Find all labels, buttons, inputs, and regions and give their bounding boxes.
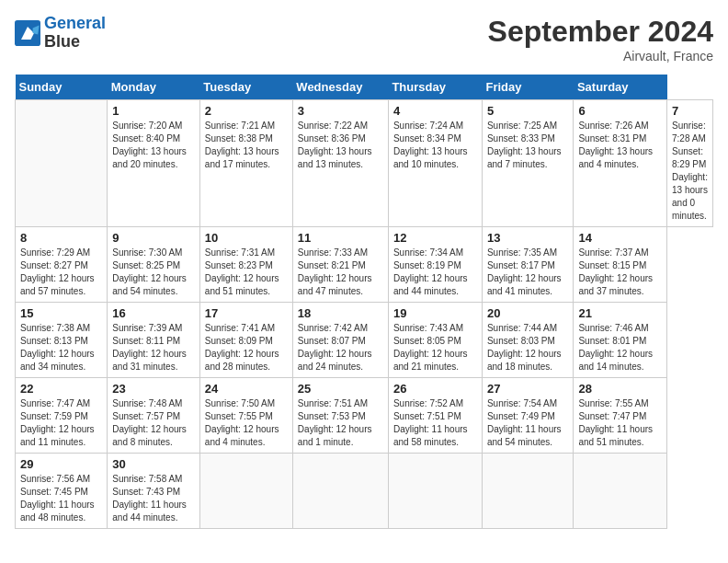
day-number: 14 <box>578 231 662 245</box>
day-info: Sunrise: 7:26 AMSunset: 8:31 PMDaylight:… <box>578 120 662 171</box>
day-number: 22 <box>20 382 102 396</box>
page-header: GeneralBlue September 2024 Airvault, Fra… <box>15 15 713 63</box>
calendar-cell <box>16 100 108 227</box>
calendar-cell: 10Sunrise: 7:31 AMSunset: 8:23 PMDayligh… <box>199 227 292 303</box>
weekday-header-friday: Friday <box>482 75 574 100</box>
calendar-cell: 23Sunrise: 7:48 AMSunset: 7:57 PMDayligh… <box>108 378 200 454</box>
location: Airvault, France <box>488 49 713 63</box>
day-number: 18 <box>298 306 383 320</box>
calendar-cell: 3Sunrise: 7:22 AMSunset: 8:36 PMDaylight… <box>292 100 388 227</box>
day-number: 19 <box>393 306 477 320</box>
day-number: 7 <box>672 104 708 118</box>
calendar-cell <box>482 454 574 529</box>
day-info: Sunrise: 7:50 AMSunset: 7:55 PMDaylight:… <box>205 397 288 449</box>
day-number: 28 <box>578 382 662 396</box>
calendar-cell: 5Sunrise: 7:25 AMSunset: 8:33 PMDaylight… <box>482 100 574 227</box>
day-info: Sunrise: 7:29 AMSunset: 8:27 PMDaylight:… <box>20 247 102 298</box>
day-info: Sunrise: 7:22 AMSunset: 8:36 PMDaylight:… <box>298 120 383 171</box>
day-number: 11 <box>298 231 383 245</box>
calendar-cell: 21Sunrise: 7:46 AMSunset: 8:01 PMDayligh… <box>574 303 667 378</box>
day-info: Sunrise: 7:31 AMSunset: 8:23 PMDaylight:… <box>205 247 288 298</box>
day-number: 1 <box>112 104 195 118</box>
day-number: 6 <box>578 104 662 118</box>
day-number: 16 <box>112 306 195 320</box>
day-number: 15 <box>20 306 102 320</box>
weekday-header-sunday: Sunday <box>16 75 108 100</box>
day-info: Sunrise: 7:38 AMSunset: 8:13 PMDaylight:… <box>20 322 102 373</box>
week-row-2: 8Sunrise: 7:29 AMSunset: 8:27 PMDaylight… <box>16 227 713 303</box>
day-info: Sunrise: 7:20 AMSunset: 8:40 PMDaylight:… <box>112 120 195 171</box>
day-number: 2 <box>205 104 288 118</box>
day-number: 12 <box>393 231 477 245</box>
day-info: Sunrise: 7:35 AMSunset: 8:17 PMDaylight:… <box>487 247 569 298</box>
day-info: Sunrise: 7:52 AMSunset: 7:51 PMDaylight:… <box>393 397 477 449</box>
title-block: September 2024 Airvault, France <box>488 15 713 63</box>
day-number: 5 <box>487 104 569 118</box>
calendar-cell: 18Sunrise: 7:42 AMSunset: 8:07 PMDayligh… <box>292 303 388 378</box>
day-info: Sunrise: 7:56 AMSunset: 7:45 PMDaylight:… <box>20 473 102 524</box>
day-info: Sunrise: 7:48 AMSunset: 7:57 PMDaylight:… <box>112 397 195 449</box>
day-info: Sunrise: 7:43 AMSunset: 8:05 PMDaylight:… <box>393 322 477 373</box>
day-info: Sunrise: 7:54 AMSunset: 7:49 PMDaylight:… <box>487 397 569 449</box>
calendar-cell: 4Sunrise: 7:24 AMSunset: 8:34 PMDaylight… <box>388 100 482 227</box>
month-title: September 2024 <box>488 15 713 49</box>
day-info: Sunrise: 7:47 AMSunset: 7:59 PMDaylight:… <box>20 397 102 449</box>
day-number: 17 <box>205 306 288 320</box>
calendar-cell: 20Sunrise: 7:44 AMSunset: 8:03 PMDayligh… <box>482 303 574 378</box>
calendar-header: SundayMondayTuesdayWednesdayThursdayFrid… <box>16 75 713 100</box>
day-number: 8 <box>20 231 102 245</box>
calendar-cell: 27Sunrise: 7:54 AMSunset: 7:49 PMDayligh… <box>482 378 574 454</box>
day-number: 29 <box>20 457 102 471</box>
calendar-cell <box>199 454 292 529</box>
day-info: Sunrise: 7:39 AMSunset: 8:11 PMDaylight:… <box>112 322 195 373</box>
day-info: Sunrise: 7:55 AMSunset: 7:47 PMDaylight:… <box>578 397 662 449</box>
weekday-header-monday: Monday <box>108 75 200 100</box>
calendar-cell: 11Sunrise: 7:33 AMSunset: 8:21 PMDayligh… <box>292 227 388 303</box>
calendar-cell: 6Sunrise: 7:26 AMSunset: 8:31 PMDaylight… <box>574 100 667 227</box>
calendar-cell: 26Sunrise: 7:52 AMSunset: 7:51 PMDayligh… <box>388 378 482 454</box>
week-row-5: 29Sunrise: 7:56 AMSunset: 7:45 PMDayligh… <box>16 454 713 529</box>
logo-icon <box>15 20 40 46</box>
calendar-cell: 1Sunrise: 7:20 AMSunset: 8:40 PMDaylight… <box>108 100 200 227</box>
calendar-cell: 28Sunrise: 7:55 AMSunset: 7:47 PMDayligh… <box>574 378 667 454</box>
day-number: 27 <box>487 382 569 396</box>
calendar-cell: 24Sunrise: 7:50 AMSunset: 7:55 PMDayligh… <box>199 378 292 454</box>
day-number: 25 <box>298 382 383 396</box>
weekday-row: SundayMondayTuesdayWednesdayThursdayFrid… <box>16 75 713 100</box>
calendar-cell: 2Sunrise: 7:21 AMSunset: 8:38 PMDaylight… <box>199 100 292 227</box>
calendar-table: SundayMondayTuesdayWednesdayThursdayFrid… <box>15 75 713 529</box>
weekday-header-saturday: Saturday <box>574 75 667 100</box>
week-row-4: 22Sunrise: 7:47 AMSunset: 7:59 PMDayligh… <box>16 378 713 454</box>
day-info: Sunrise: 7:42 AMSunset: 8:07 PMDaylight:… <box>298 322 383 373</box>
day-info: Sunrise: 7:37 AMSunset: 8:15 PMDaylight:… <box>578 247 662 298</box>
day-info: Sunrise: 7:25 AMSunset: 8:33 PMDaylight:… <box>487 120 569 171</box>
calendar-cell: 7Sunrise: 7:28 AMSunset: 8:29 PMDaylight… <box>667 100 713 227</box>
day-info: Sunrise: 7:21 AMSunset: 8:38 PMDaylight:… <box>205 120 288 171</box>
day-number: 23 <box>112 382 195 396</box>
day-info: Sunrise: 7:51 AMSunset: 7:53 PMDaylight:… <box>298 397 383 449</box>
day-info: Sunrise: 7:33 AMSunset: 8:21 PMDaylight:… <box>298 247 383 298</box>
day-number: 26 <box>393 382 477 396</box>
day-number: 13 <box>487 231 569 245</box>
day-number: 24 <box>205 382 288 396</box>
calendar-cell <box>388 454 482 529</box>
week-row-1: 1Sunrise: 7:20 AMSunset: 8:40 PMDaylight… <box>16 100 713 227</box>
calendar-cell <box>574 454 667 529</box>
weekday-header-wednesday: Wednesday <box>292 75 388 100</box>
logo-line2: Blue <box>44 32 80 51</box>
day-number: 3 <box>298 104 383 118</box>
day-number: 21 <box>578 306 662 320</box>
day-info: Sunrise: 7:41 AMSunset: 8:09 PMDaylight:… <box>205 322 288 373</box>
day-number: 20 <box>487 306 569 320</box>
calendar-cell: 16Sunrise: 7:39 AMSunset: 8:11 PMDayligh… <box>108 303 200 378</box>
week-row-3: 15Sunrise: 7:38 AMSunset: 8:13 PMDayligh… <box>16 303 713 378</box>
calendar-cell: 14Sunrise: 7:37 AMSunset: 8:15 PMDayligh… <box>574 227 667 303</box>
day-info: Sunrise: 7:28 AMSunset: 8:29 PMDaylight:… <box>672 120 708 223</box>
calendar-cell: 13Sunrise: 7:35 AMSunset: 8:17 PMDayligh… <box>482 227 574 303</box>
calendar-cell: 29Sunrise: 7:56 AMSunset: 7:45 PMDayligh… <box>16 454 108 529</box>
calendar-cell: 25Sunrise: 7:51 AMSunset: 7:53 PMDayligh… <box>292 378 388 454</box>
calendar-cell: 22Sunrise: 7:47 AMSunset: 7:59 PMDayligh… <box>16 378 108 454</box>
calendar-cell: 30Sunrise: 7:58 AMSunset: 7:43 PMDayligh… <box>108 454 200 529</box>
calendar-cell: 9Sunrise: 7:30 AMSunset: 8:25 PMDaylight… <box>108 227 200 303</box>
day-info: Sunrise: 7:46 AMSunset: 8:01 PMDaylight:… <box>578 322 662 373</box>
